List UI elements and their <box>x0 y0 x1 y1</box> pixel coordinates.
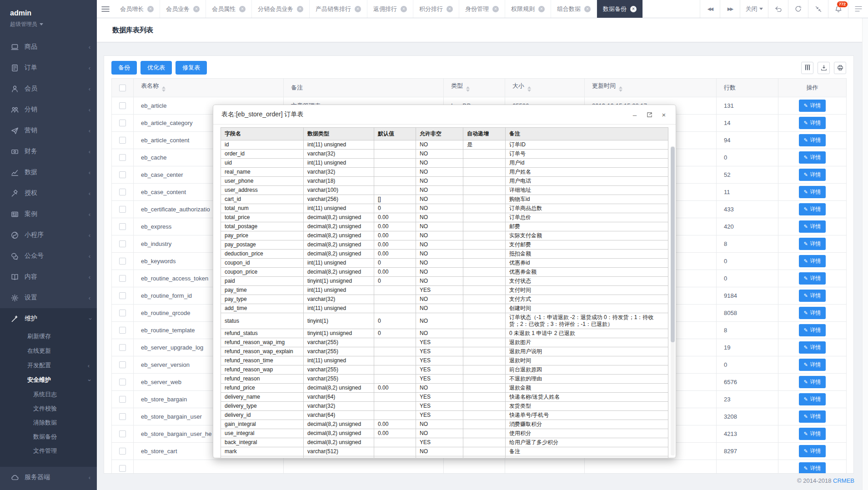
tab-5[interactable]: 返佣排行× <box>367 0 413 18</box>
modal-scrollbar-thumb[interactable] <box>671 147 675 342</box>
row-checkbox[interactable] <box>119 379 126 385</box>
refresh-button[interactable] <box>788 0 808 18</box>
detail-button[interactable]: ✎详情 <box>799 445 825 457</box>
columns-icon[interactable] <box>801 62 813 74</box>
tab-close-icon[interactable]: × <box>447 6 453 12</box>
sidebar-item-server[interactable]: 服务器端 ‹ <box>0 467 97 488</box>
sidebar-item-wechat[interactable]: 公众号‹ <box>0 245 97 266</box>
detail-button[interactable]: ✎详情 <box>799 359 825 371</box>
detail-button[interactable]: ✎详情 <box>799 307 825 319</box>
column-header-3[interactable]: 类型 <box>444 79 505 97</box>
tab-close-icon[interactable]: × <box>401 6 407 12</box>
message-list-icon[interactable] <box>848 0 868 18</box>
detail-button[interactable]: ✎详情 <box>799 255 825 267</box>
tab-close-icon[interactable]: × <box>297 6 303 12</box>
row-checkbox[interactable] <box>119 223 126 230</box>
sidebar-item-authorization[interactable]: 授权‹ <box>0 183 97 204</box>
close-icon[interactable]: × <box>660 111 667 118</box>
column-header-4[interactable]: 大小 <box>505 79 585 97</box>
sidebar-item-marketing[interactable]: 营销‹ <box>0 120 97 141</box>
detail-button[interactable]: ✎详情 <box>799 100 825 112</box>
maximize-icon[interactable] <box>646 111 653 118</box>
detail-button[interactable]: ✎详情 <box>799 203 825 215</box>
tab-8[interactable]: 权限规则× <box>505 0 551 18</box>
row-checkbox[interactable] <box>119 292 126 299</box>
row-checkbox[interactable] <box>119 258 126 265</box>
sidebar-item-finance[interactable]: 财务‹ <box>0 141 97 162</box>
row-checkbox[interactable] <box>119 413 126 420</box>
row-checkbox[interactable] <box>119 189 126 195</box>
sidebar-item-settings[interactable]: 设置‹ <box>0 287 97 308</box>
crmeb-link[interactable]: CRMEB <box>833 477 854 484</box>
close-tabs-dropdown[interactable]: 关闭 <box>740 0 768 18</box>
detail-button[interactable]: ✎详情 <box>799 220 825 233</box>
export-icon[interactable] <box>818 62 830 74</box>
sidebar-subitem-security-0[interactable]: 系统日志 <box>0 387 97 401</box>
row-checkbox[interactable] <box>119 448 126 455</box>
detail-button[interactable]: ✎详情 <box>799 117 825 129</box>
row-checkbox[interactable] <box>119 361 126 368</box>
tab-7[interactable]: 身份管理× <box>459 0 505 18</box>
tab-close-icon[interactable]: × <box>584 6 591 12</box>
tab-close-icon[interactable]: × <box>538 6 545 12</box>
row-checkbox[interactable] <box>119 206 126 213</box>
sidebar-item-goods[interactable]: 商品‹ <box>0 36 97 57</box>
detail-button[interactable]: ✎详情 <box>799 428 825 440</box>
row-checkbox[interactable] <box>119 275 126 282</box>
detail-button[interactable]: ✎详情 <box>799 324 825 336</box>
sidebar-item-content[interactable]: 内容‹ <box>0 266 97 287</box>
tab-close-icon[interactable]: × <box>239 6 246 12</box>
sidebar-item-orders[interactable]: 订单‹ <box>0 57 97 78</box>
detail-button[interactable]: ✎详情 <box>799 151 825 164</box>
tab-close-icon[interactable]: × <box>193 6 200 12</box>
detail-button[interactable]: ✎详情 <box>799 272 825 285</box>
sidebar-subitem-security-3[interactable]: 数据备份 <box>0 430 97 444</box>
sidebar-item-members[interactable]: 会员‹ <box>0 78 97 99</box>
sort-icon[interactable] <box>619 85 622 94</box>
select-all-checkbox[interactable] <box>119 85 126 91</box>
row-checkbox[interactable] <box>119 465 126 472</box>
detail-button[interactable]: ✎详情 <box>799 410 825 423</box>
row-checkbox[interactable] <box>119 240 126 247</box>
back-button[interactable] <box>768 0 788 18</box>
optimize-table-button[interactable]: 优化表 <box>140 61 172 75</box>
sidebar-subitem-security-1[interactable]: 文件校验 <box>0 401 97 415</box>
row-checkbox[interactable] <box>119 154 126 161</box>
sort-icon[interactable] <box>466 85 470 94</box>
tab-close-icon[interactable]: × <box>630 6 637 12</box>
row-checkbox[interactable] <box>119 396 126 403</box>
row-checkbox[interactable] <box>119 327 126 334</box>
detail-button[interactable]: ✎详情 <box>799 376 825 388</box>
detail-button[interactable]: ✎详情 <box>799 238 825 250</box>
repair-table-button[interactable]: 修复表 <box>176 61 207 75</box>
row-checkbox[interactable] <box>119 344 126 351</box>
sort-icon[interactable] <box>527 85 531 94</box>
sidebar-subitem-security-4[interactable]: 文件管理 <box>0 444 97 458</box>
notification-bell-icon[interactable]: 772 <box>828 0 848 18</box>
detail-button[interactable]: ✎详情 <box>799 290 825 302</box>
tab-close-icon[interactable]: × <box>147 6 154 12</box>
column-header-1[interactable]: 表名称 <box>134 79 284 97</box>
detail-button[interactable]: ✎详情 <box>799 341 825 354</box>
row-checkbox[interactable] <box>119 102 126 109</box>
sort-icon[interactable] <box>162 85 166 94</box>
detail-button[interactable]: ✎详情 <box>799 393 825 405</box>
hamburger-menu-icon[interactable] <box>97 0 114 18</box>
tabs-scroll-left-button[interactable]: ◀◀ <box>700 0 720 18</box>
detail-button[interactable]: ✎详情 <box>799 134 825 146</box>
detail-button[interactable]: ✎详情 <box>799 186 825 198</box>
tab-9[interactable]: 组合数据× <box>551 0 597 18</box>
column-header-5[interactable]: 更新时间 <box>585 79 717 97</box>
user-panel[interactable]: admin 超级管理员 <box>0 0 97 36</box>
tab-10[interactable]: 数据备份× <box>597 0 643 18</box>
sidebar-subitem-0[interactable]: 刷新缓存 <box>0 329 97 344</box>
tab-close-icon[interactable]: × <box>355 6 361 12</box>
tab-2[interactable]: 会员属性× <box>206 0 252 18</box>
sidebar-item-maintenance[interactable]: 维护 ‹ <box>0 308 97 329</box>
sidebar-item-data[interactable]: 数据‹ <box>0 162 97 183</box>
tabs-scroll-right-button[interactable]: ▶▶ <box>720 0 740 18</box>
sidebar-subitem-security-2[interactable]: 清除数据 <box>0 415 97 430</box>
tab-6[interactable]: 积分排行× <box>413 0 459 18</box>
sidebar-item-distribution[interactable]: 分销‹ <box>0 99 97 120</box>
sidebar-subitem-security[interactable]: 安全维护‹ <box>0 373 97 387</box>
